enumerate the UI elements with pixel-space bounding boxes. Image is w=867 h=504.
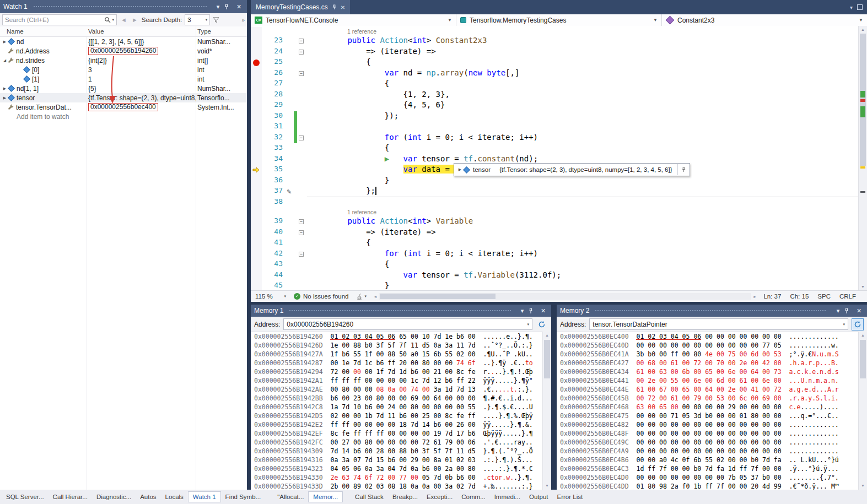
fold-toggle[interactable]: −	[299, 50, 304, 55]
memory-row[interactable]: 0x000002556B194330 2e 63 74 6f 72 00 77 …	[251, 474, 543, 483]
tool-window-tab[interactable]: Error List	[553, 492, 588, 502]
fold-toggle[interactable]: −	[299, 136, 304, 140]
code-line[interactable]: 36 }	[251, 176, 859, 187]
memory-row[interactable]: 0x000002556B0EC48F 00 00 00 00 00 00 00 …	[557, 430, 859, 438]
breakpoint-margin[interactable]	[251, 270, 262, 281]
hscroll-thumb[interactable]	[380, 294, 496, 299]
titlebar-grip[interactable]	[595, 310, 827, 312]
column-header-type[interactable]: Type	[196, 26, 247, 36]
code-line[interactable]: 40− => (iterate) =>	[251, 227, 859, 239]
watch-row[interactable]: nd.Address0x000002556b194260void*	[0, 46, 247, 56]
tool-window-tab[interactable]: Output	[525, 492, 553, 502]
search-icon[interactable]	[104, 17, 111, 23]
code-line[interactable]: 32− for (int i = 0; i < iterate; i++)	[251, 133, 859, 144]
expander-icon[interactable]: ▶	[2, 40, 8, 44]
breakpoint-margin[interactable]	[251, 165, 262, 176]
editor-scrollbar[interactable]: ▲ ▼	[858, 26, 867, 291]
breakpoint-margin[interactable]	[251, 122, 262, 133]
tool-window-tab[interactable]: Memor...	[308, 491, 343, 502]
breakpoint-margin[interactable]	[251, 259, 262, 270]
breakpoint-margin[interactable]	[251, 36, 262, 47]
code-line[interactable]: 39− public Action<int> Variable	[251, 216, 859, 227]
pin-icon[interactable]	[224, 4, 233, 10]
watch-row[interactable]: tensor.TensorDat...0x000002556b0ec400Sys…	[0, 102, 247, 112]
breakpoint-margin[interactable]	[251, 154, 262, 165]
close-icon[interactable]: ✕	[234, 3, 244, 10]
memory1-scrollbar[interactable]: ▲ ▼	[542, 332, 551, 490]
memory-row[interactable]: 0x000002556B194316 0a 3a 07 7d 15 b6 00 …	[251, 456, 543, 465]
tool-window-tab[interactable]: Find Symb...	[221, 492, 266, 502]
fold-toggle[interactable]: −	[299, 252, 304, 257]
code-line[interactable]: 28 {1, 2, 3},	[251, 90, 859, 101]
memory-row[interactable]: 0x000002556B1942C8 1a 7d 10 b6 00 24 00 …	[251, 403, 543, 412]
memory-row[interactable]: 0x000002556B0EC427 00 68 00 61 00 72 00 …	[557, 359, 859, 368]
memory-row[interactable]: 0x000002556B0EC40D 00 00 00 00 00 00 00 …	[557, 342, 859, 350]
datatip[interactable]: ▶ tensor {tf.Tensor: shape=(2, 3), dtype…	[454, 163, 690, 176]
titlebar-grip[interactable]	[289, 310, 511, 312]
memory-row[interactable]: 0x000002556B0EC482 00 00 00 00 00 00 00 …	[557, 421, 859, 430]
code-line[interactable]: 30 });	[251, 111, 859, 122]
memory-row[interactable]: 0x000002556B1942FC 00 27 00 80 00 00 00 …	[251, 438, 543, 447]
tool-window-tab[interactable]: Call Hierar...	[49, 492, 92, 502]
memory-row[interactable]: 0x000002556B0EC468 63 00 65 00 00 00 00 …	[557, 403, 859, 412]
tool-window-tab[interactable]: Diagnostic...	[92, 492, 136, 502]
breakpoint-margin[interactable]	[251, 111, 262, 122]
codelens-row[interactable]: 1 reference	[251, 27, 859, 36]
fold-toggle[interactable]: −	[299, 71, 304, 76]
tool-window-tab[interactable]: "Allocat...	[273, 492, 308, 502]
window-position-icon[interactable]: ▾	[518, 307, 527, 315]
code-line[interactable]: 27 {	[251, 79, 859, 90]
tool-window-tab[interactable]: Excepti...	[422, 492, 457, 502]
memory1-rows[interactable]: 0x000002556B194260 01 02 03 04 05 06 65 …	[251, 332, 543, 490]
memory-row[interactable]: 0x000002556B1942E2 ff ff 00 00 00 00 18 …	[251, 421, 543, 430]
column-header-name[interactable]: Name	[0, 26, 87, 36]
close-icon[interactable]: ✕	[854, 307, 864, 315]
memory2-rows[interactable]: 0x000002556B0EC400 01 02 03 04 05 06 00 …	[557, 332, 859, 490]
code-line[interactable]: 31	[251, 122, 859, 133]
breakpoint-margin[interactable]	[251, 68, 262, 79]
scroll-left-icon[interactable]: ◄	[372, 295, 379, 299]
memory-row[interactable]: 0x000002556B1942A1 ff ff ff 00 00 00 00 …	[251, 377, 543, 386]
memory-row[interactable]: 0x000002556B19427A 1f b6 55 1f 00 88 50 …	[251, 350, 543, 359]
code-line[interactable]: 42− for (int i = 0; i < iterate; i++)	[251, 249, 859, 260]
fold-toggle[interactable]: −	[299, 219, 304, 224]
code-cleanup-icon[interactable]	[356, 293, 363, 300]
breakpoint-margin[interactable]	[251, 216, 262, 227]
filter-icon[interactable]	[213, 17, 219, 23]
breakpoint-margin[interactable]	[251, 79, 262, 90]
breakpoint-glyph[interactable]	[253, 59, 260, 66]
refresh-button[interactable]	[852, 318, 864, 330]
scroll-up-icon[interactable]: ▲	[859, 26, 867, 34]
memory-row[interactable]: 0x000002556B0EC4D0 00 00 00 00 00 00 00 …	[557, 474, 859, 483]
code-line[interactable]: 29 {4, 5, 6}	[251, 100, 859, 111]
titlebar-grip[interactable]	[33, 6, 207, 8]
scroll-down-icon[interactable]: ▼	[543, 482, 551, 490]
memory-row[interactable]: 0x000002556B0EC475 00 00 00 71 05 3d b0 …	[557, 412, 859, 421]
address-input[interactable]: 0x000002556B194260 ▾	[283, 318, 532, 330]
scroll-up-icon[interactable]: ▲	[859, 332, 867, 339]
tool-window-tab[interactable]: Call Stack	[351, 492, 388, 502]
memory2-scrollbar[interactable]: ▲ ▼	[858, 332, 867, 490]
search-depth-select[interactable]: 3 ▾	[185, 14, 210, 25]
memory-row[interactable]: 0x000002556B0EC441 00 2e 00 55 00 6e 00 …	[557, 377, 859, 386]
code-line[interactable]: 41 {	[251, 238, 859, 249]
code-line[interactable]: 45 }	[251, 281, 859, 291]
breakpoint-margin[interactable]	[251, 227, 262, 239]
breakpoint-margin[interactable]	[251, 281, 262, 291]
memory-row[interactable]: 0x000002556B1942AE 00 80 00 00 08 0a 00 …	[251, 386, 543, 394]
search-prev-icon[interactable]: ◄	[120, 17, 128, 23]
window-position-icon[interactable]: ▾	[833, 307, 843, 315]
codelens-references[interactable]: 1 reference	[307, 27, 376, 36]
watch-row[interactable]: ▶nd{[[1, 2, 3], [4, 5, 6]]}NumShar...	[0, 37, 247, 46]
add-watch-row[interactable]: Add item to watch	[0, 112, 247, 121]
health-label[interactable]: No issues found	[303, 293, 348, 300]
breakpoint-margin[interactable]	[251, 90, 262, 101]
datatip-pin-button[interactable]	[677, 164, 690, 175]
code-line[interactable]: 44 var tensor = tf.Variable(3112.0f);	[251, 270, 859, 281]
watch-row[interactable]: ▶tensor{tf.Tensor: shape=(2, 3), dtype=u…	[0, 93, 247, 102]
breakpoint-margin[interactable]	[251, 249, 262, 260]
refresh-button[interactable]	[536, 318, 548, 330]
watch-row[interactable]: [1]1int	[0, 74, 247, 84]
breakpoint-margin[interactable]	[251, 238, 262, 249]
memory-row[interactable]: 0x000002556B19426D 1e 00 88 b0 3f 5f 7f …	[251, 342, 543, 350]
